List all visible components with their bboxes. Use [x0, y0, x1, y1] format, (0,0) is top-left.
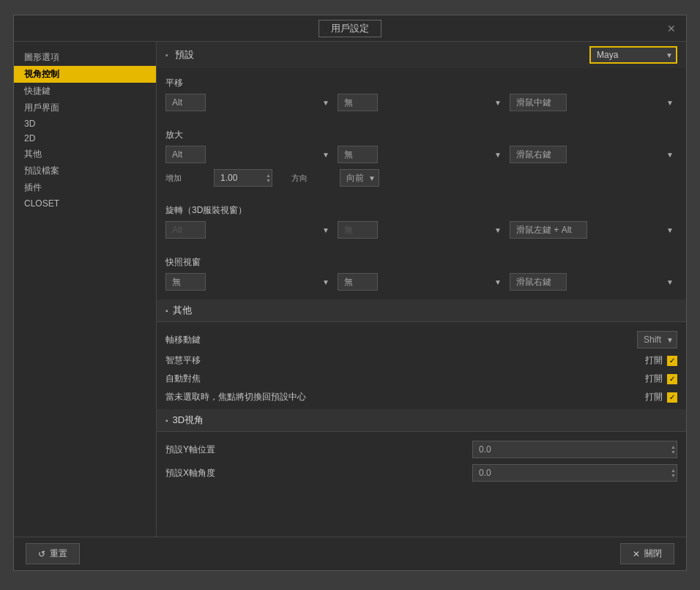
- zoom-mod1-arrow-icon: ▼: [322, 151, 329, 159]
- direction-dropdown[interactable]: 向前向後: [340, 169, 379, 187]
- sidebar-item-closet[interactable]: CLOSET: [14, 196, 156, 211]
- rotate-modifier2-dropdown[interactable]: 無CtrlAltShift: [338, 221, 378, 239]
- angle-section-header: ▪ 3D視角: [157, 409, 686, 432]
- quickview-modifier2-dropdown[interactable]: 無CtrlAltShift: [338, 273, 378, 291]
- preset-section-header: ▪ 預設: [165, 48, 194, 61]
- close-button[interactable]: ✕ 關閉: [620, 543, 674, 564]
- pan-section: 平移 AltCtrlShift無 ▼ 無CtrlAltShift: [157, 68, 686, 120]
- zoom-button-arrow-icon: ▼: [666, 151, 674, 159]
- zoom-label: 放大: [157, 129, 686, 141]
- y-axis-spinner-icon[interactable]: ▲ ▼: [671, 444, 676, 455]
- rotate-mod2-arrow-icon: ▼: [494, 226, 502, 234]
- zoom-button-wrapper: 滑鼠右鍵滑鼠中鍵滑鼠左鍵 ▼: [510, 146, 677, 163]
- angle-section-collapse-icon: ▪: [165, 417, 168, 425]
- smart-pan-checkbox[interactable]: [667, 356, 677, 366]
- user-settings-dialog: 用戶設定 ✕ 圖形選項 視角控制 快捷鍵 用戶界面 3D 2D 其他 預設檔案 …: [13, 15, 687, 571]
- rotate-dropdown-row: AltCtrlShift無 ▼ 無CtrlAltShift ▼: [157, 221, 686, 239]
- zoom-button-dropdown[interactable]: 滑鼠右鍵滑鼠中鍵滑鼠左鍵: [510, 146, 567, 163]
- increase-label: 增加: [165, 173, 209, 184]
- zoom-modifier2-dropdown[interactable]: 無CtrlAltShift: [338, 146, 378, 163]
- preset-dropdown-wrapper: Maya Blender 3ds Max Default ▼: [589, 46, 677, 64]
- smart-pan-value-group: 打開: [645, 354, 677, 367]
- quickview-button-dropdown[interactable]: 滑鼠右鍵滑鼠中鍵滑鼠左鍵: [510, 273, 567, 291]
- pan-dropdown-row: AltCtrlShift無 ▼ 無CtrlAltShift ▼: [157, 94, 686, 111]
- sidebar-item-ui[interactable]: 用戶界面: [14, 100, 156, 116]
- axis-key-row: 軸移動鍵 ShiftCtrlAlt ▼: [157, 328, 686, 351]
- y-axis-down-icon[interactable]: ▼: [671, 449, 676, 455]
- x-axis-up-icon[interactable]: ▲: [671, 468, 676, 473]
- background: 用戶設定 ✕ 圖形選項 視角控制 快捷鍵 用戶界面 3D 2D 其他 預設檔案 …: [0, 0, 700, 590]
- x-axis-spinner-icon[interactable]: ▲ ▼: [671, 468, 676, 478]
- rotate-section-content: 旋轉（3D服裝視窗） AltCtrlShift無 ▼ 無CtrlAltShif: [157, 195, 686, 247]
- quickview-section-content: 快照視窗 無CtrlAltShift ▼ 無CtrlAltShift: [157, 247, 686, 299]
- titlebar: 用戶設定 ✕: [14, 15, 686, 42]
- reset-icon: ↺: [38, 549, 45, 559]
- pan-button-wrapper: 滑鼠中鍵滑鼠左鍵滑鼠右鍵 ▼: [510, 94, 677, 111]
- quickview-button-arrow-icon: ▼: [666, 278, 674, 286]
- x-axis-input[interactable]: [472, 464, 677, 482]
- sidebar: 圖形選項 視角控制 快捷鍵 用戶界面 3D 2D 其他 預設檔案 插件 CLOS…: [14, 42, 157, 537]
- section-collapse-icon: ▪: [165, 51, 168, 59]
- pan-button-arrow-icon: ▼: [666, 99, 674, 107]
- rotate-button-dropdown[interactable]: 滑鼠左鍵 + Alt滑鼠左鍵滑鼠右鍵: [510, 221, 587, 239]
- close-icon[interactable]: ✕: [663, 21, 680, 36]
- smart-pan-text: 打開: [645, 354, 663, 367]
- pan-mod1-wrapper: AltCtrlShift無 ▼: [165, 94, 333, 111]
- other-section-collapse-icon: ▪: [165, 307, 168, 315]
- quickview-section: 快照視窗 無CtrlAltShift ▼ 無CtrlAltShift: [157, 247, 686, 299]
- y-axis-input-wrapper: ▲ ▼: [472, 441, 677, 458]
- focus-reset-row: 當未選取時，焦點將切換回預設中心 打開: [157, 388, 686, 406]
- other-section-content: 軸移動鍵 ShiftCtrlAlt ▼ 智慧平移: [157, 322, 686, 409]
- close-footer-icon: ✕: [633, 549, 640, 559]
- rotate-modifier1-dropdown[interactable]: AltCtrlShift無: [165, 221, 206, 239]
- angle-section-content: 預設Y軸位置 ▲ ▼ 預設X軸角度: [157, 432, 686, 495]
- preset-dropdown[interactable]: Maya Blender 3ds Max Default: [589, 46, 677, 64]
- sidebar-item-3d[interactable]: 3D: [14, 116, 156, 131]
- auto-focus-label: 自動對焦: [165, 373, 201, 385]
- focus-reset-label: 當未選取時，焦點將切換回預設中心: [165, 391, 306, 403]
- increase-up-icon[interactable]: ▲: [266, 173, 271, 178]
- sidebar-item-2d[interactable]: 2D: [14, 131, 156, 146]
- zoom-mod2-wrapper: 無CtrlAltShift ▼: [338, 146, 505, 163]
- increase-input[interactable]: [214, 169, 272, 187]
- main-content: ▪ 預設 Maya Blender 3ds Max Default ▼: [157, 42, 686, 537]
- auto-focus-checkbox[interactable]: [667, 374, 677, 384]
- increase-down-icon[interactable]: ▼: [266, 178, 271, 183]
- focus-reset-checkbox[interactable]: [667, 392, 677, 403]
- quickview-label: 快照視窗: [157, 256, 686, 269]
- zoom-mod1-wrapper: AltCtrlShift無 ▼: [165, 146, 333, 163]
- smart-pan-row: 智慧平移 打開: [157, 351, 686, 370]
- angle-section-label: 3D視角: [173, 414, 204, 427]
- rotate-mod2-wrapper: 無CtrlAltShift ▼: [338, 221, 505, 239]
- angle-section: ▪ 3D視角 預設Y軸位置 ▲ ▼: [157, 409, 686, 495]
- pan-modifier1-dropdown[interactable]: AltCtrlShift無: [165, 94, 206, 111]
- pan-mod1-arrow-icon: ▼: [322, 99, 329, 107]
- focus-reset-value-group: 打開: [645, 391, 677, 403]
- sidebar-item-graphics[interactable]: 圖形選項: [14, 49, 156, 66]
- pan-modifier2-dropdown[interactable]: 無CtrlAltShift: [338, 94, 378, 111]
- y-axis-up-icon[interactable]: ▲: [671, 444, 676, 449]
- y-axis-input[interactable]: [472, 441, 677, 458]
- zoom-section: 放大 AltCtrlShift無 ▼ 無CtrlAltShift: [157, 120, 686, 195]
- sidebar-item-other[interactable]: 其他: [14, 146, 156, 163]
- quickview-modifier1-dropdown[interactable]: 無CtrlAltShift: [165, 273, 206, 291]
- x-axis-down-icon[interactable]: ▼: [671, 473, 676, 478]
- pan-button-dropdown[interactable]: 滑鼠中鍵滑鼠左鍵滑鼠右鍵: [510, 94, 567, 111]
- sidebar-item-presets[interactable]: 預設檔案: [14, 163, 156, 179]
- sidebar-item-plugins[interactable]: 插件: [14, 179, 156, 196]
- reset-button[interactable]: ↺ 重置: [26, 543, 80, 564]
- sidebar-item-viewport[interactable]: 視角控制: [14, 66, 156, 83]
- axis-key-wrapper: ShiftCtrlAlt ▼: [637, 331, 677, 348]
- rotate-button-wrapper: 滑鼠左鍵 + Alt滑鼠左鍵滑鼠右鍵 ▼: [510, 221, 677, 239]
- increase-spinner-icon[interactable]: ▲ ▼: [266, 173, 271, 183]
- zoom-section-content: 放大 AltCtrlShift無 ▼ 無CtrlAltShift: [157, 120, 686, 195]
- sidebar-item-hotkeys[interactable]: 快捷鍵: [14, 83, 156, 100]
- pan-section-content: 平移 AltCtrlShift無 ▼ 無CtrlAltShift: [157, 68, 686, 120]
- rotate-section: 旋轉（3D服裝視窗） AltCtrlShift無 ▼ 無CtrlAltShif: [157, 195, 686, 247]
- rotate-label: 旋轉（3D服裝視窗）: [157, 204, 686, 217]
- pan-label: 平移: [157, 77, 686, 89]
- zoom-modifier1-dropdown[interactable]: AltCtrlShift無: [165, 146, 206, 163]
- smart-pan-label: 智慧平移: [165, 354, 201, 367]
- axis-key-dropdown[interactable]: ShiftCtrlAlt: [637, 331, 677, 348]
- y-axis-row: 預設Y軸位置 ▲ ▼: [157, 438, 686, 461]
